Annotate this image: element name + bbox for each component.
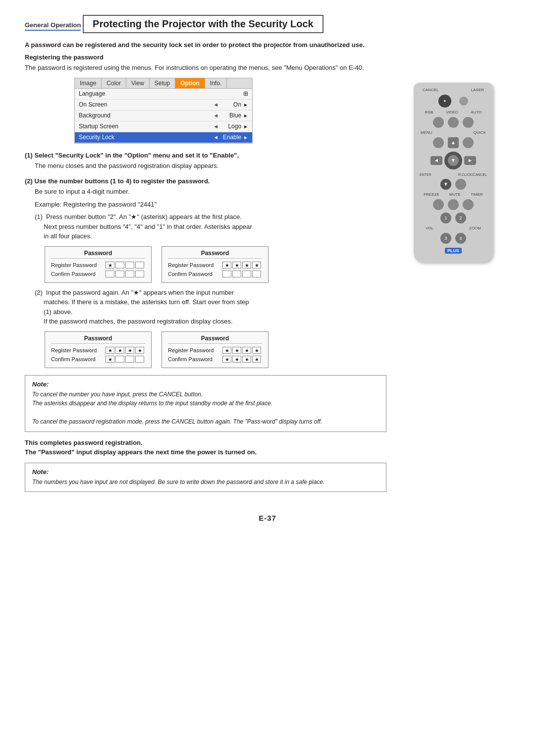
pw-row-confirm-1a: Confirm Password — [51, 270, 145, 277]
pw-row-register-1a: Register Password ★ — [51, 262, 145, 269]
remote-number-row2: 3 4 — [440, 233, 466, 244]
plus-label: PLUS — [445, 246, 462, 254]
btn-2[interactable]: 2 — [455, 213, 466, 223]
step2: (2) Use the number buttons (1 to 4) to r… — [25, 177, 386, 368]
tab-image: Image — [75, 78, 102, 88]
rgb-btn[interactable] — [433, 117, 444, 128]
step1-body: The menu closes and the password registr… — [35, 161, 386, 171]
video-btn[interactable] — [448, 117, 459, 128]
tab-option: Option — [175, 78, 205, 88]
step2-line2: Example: Registering the password "2441" — [35, 200, 386, 210]
pw-row-register-1b: Register Password ★ ★ ★ ★ — [168, 262, 262, 269]
menu-container: Image Color View Setup Option Info. Lang… — [74, 78, 253, 144]
menu-row-language: Language ⊞ — [75, 89, 252, 100]
enter-rclick-labels: ENTER R-CLICK/CANCEL — [419, 173, 488, 176]
remote-number-row1: 1 2 — [440, 213, 466, 223]
registering-body: The password is registered using the men… — [25, 63, 510, 73]
step2-sub1: (1) Press number button "2". An "★" (ast… — [35, 212, 386, 241]
pw-row-register-2a: Register Password ★ ★ ★ ★ — [51, 347, 145, 354]
remote-control-illustration: CANCEL LASER ● RGB VIDEO AUTO — [414, 83, 493, 263]
note1-text: To cancel the number you have input, pre… — [32, 390, 379, 427]
page-title: Protecting the Projector with the Securi… — [93, 18, 314, 29]
remote-row-enter-rclick: ▼ — [440, 179, 466, 190]
remote-row-freeze-mute-timer — [433, 199, 474, 210]
remote-row-cancel-laser: ● — [419, 95, 488, 108]
section-label: General Operation — [25, 21, 81, 31]
quick-btn[interactable] — [463, 137, 474, 148]
step1: (1) Select "Security Lock" in the "Optio… — [25, 152, 386, 171]
completion-line1: This completes password registration. — [25, 439, 386, 446]
nav-down-inner[interactable]: ▼ — [448, 155, 459, 166]
step1-header: (1) Select "Security Lock" in the "Optio… — [25, 152, 386, 159]
step2-header: (2) Use the number buttons (1 to 4) to r… — [25, 177, 386, 185]
tab-setup: Setup — [150, 78, 175, 88]
password-panel-2a: Password Register Password ★ ★ ★ ★ Confi… — [45, 331, 152, 368]
note1-label: Note: — [32, 380, 379, 388]
menu-simulation: Image Color View Setup Option Info. Lang… — [45, 78, 386, 144]
tab-view: View — [126, 78, 150, 88]
mute-btn[interactable] — [448, 199, 459, 210]
tab-info: Info. — [205, 78, 227, 88]
nav-left-btn[interactable]: ◄ — [430, 156, 442, 165]
menu-row-security-lock: Security Lock ◄ Enable ► — [75, 132, 252, 143]
password-panel-2b: Password Register Password ★ ★ ★ ★ Confi… — [161, 331, 268, 368]
rclick-cancel-btn[interactable] — [455, 179, 466, 190]
menu-row-onscreen: On Screen ◄ On ► — [75, 100, 252, 110]
password-panels-row1: Password Register Password ★ Confirm Pas… — [45, 246, 386, 283]
password-panels-row2: Password Register Password ★ ★ ★ ★ Confi… — [45, 331, 386, 368]
cancel-btn[interactable]: ● — [438, 95, 451, 108]
tab-color: Color — [102, 78, 126, 88]
remote-control: CANCEL LASER ● RGB VIDEO AUTO — [414, 83, 493, 263]
pw-title-2b: Password — [168, 335, 262, 344]
pw-row-register-2b: Register Password ★ ★ ★ ★ — [168, 347, 262, 354]
vol-zoom-labels: VOL ZOOM — [426, 226, 481, 230]
remote-nav-cross: ◄ ▼ ► — [430, 152, 476, 169]
page-number: E-37 — [25, 514, 510, 522]
completion-section: This completes password registration. Th… — [25, 439, 386, 456]
freeze-mute-timer-labels: FREEZE MUTE TIMER — [419, 192, 488, 197]
btn-4[interactable]: 4 — [455, 233, 466, 244]
menu-row-startup: Startup Screen ◄ Logo ► — [75, 121, 252, 132]
btn-3[interactable]: 3 — [440, 233, 451, 244]
note-box-1: Note: To cancel the number you have inpu… — [25, 375, 386, 432]
note2-label: Note: — [32, 468, 379, 476]
right-column: CANCEL LASER ● RGB VIDEO AUTO — [396, 78, 510, 499]
nav-right-btn[interactable]: ► — [464, 156, 476, 165]
pw-title-2a: Password — [51, 335, 145, 344]
menu-btn[interactable] — [433, 137, 444, 148]
menu-tabs: Image Color View Setup Option Info. — [75, 78, 252, 89]
freeze-btn[interactable] — [433, 199, 444, 210]
auto-btn[interactable] — [463, 117, 474, 128]
remote-row-rgb-video-auto — [433, 117, 474, 128]
plus-badge: PLUS — [445, 248, 462, 254]
step2-line1: Be sure to input a 4-digit number. — [35, 187, 386, 197]
nav-center-area: ▼ — [444, 152, 462, 169]
password-panel-1a: Password Register Password ★ Confirm Pas… — [45, 246, 152, 283]
nav-up-btn[interactable]: ▲ — [448, 137, 459, 148]
btn-1[interactable]: 1 — [440, 213, 451, 223]
step2-sub2: (2) Input the password again. An "★" app… — [35, 288, 386, 326]
subtitle: A password can be registered and the sec… — [25, 41, 510, 49]
laser-btn[interactable] — [459, 97, 468, 106]
pw-title-1a: Password — [51, 250, 145, 259]
registering-heading: Registering the password — [25, 54, 510, 61]
password-panel-1b: Password Register Password ★ ★ ★ ★ Confi… — [161, 246, 268, 283]
pw-title-1b: Password — [168, 250, 262, 259]
note2-text: The numbers you have input are not displ… — [32, 478, 379, 487]
page-title-box: Protecting the Projector with the Securi… — [83, 15, 323, 33]
remote-top-labels: CANCEL LASER — [419, 88, 488, 92]
timer-btn[interactable] — [463, 199, 474, 210]
rgb-video-auto-labels: RGB VIDEO AUTO — [419, 110, 488, 114]
note-box-2: Note: The numbers you have input are not… — [25, 463, 386, 492]
remote-row-menu-quick: ▲ — [433, 137, 474, 148]
enter-btn[interactable]: ▼ — [440, 179, 451, 190]
pw-row-confirm-2a: Confirm Password ★ — [51, 356, 145, 363]
pw-row-confirm-1b: Confirm Password — [168, 270, 262, 277]
completion-line2: The "Password" input display appears the… — [25, 448, 386, 456]
menu-quick-labels: MENU QUICK — [419, 130, 488, 135]
menu-row-background: Background ◄ Blue ► — [75, 110, 252, 121]
pw-row-confirm-2b: Confirm Password ★ ★ ★ ★ — [168, 356, 262, 363]
